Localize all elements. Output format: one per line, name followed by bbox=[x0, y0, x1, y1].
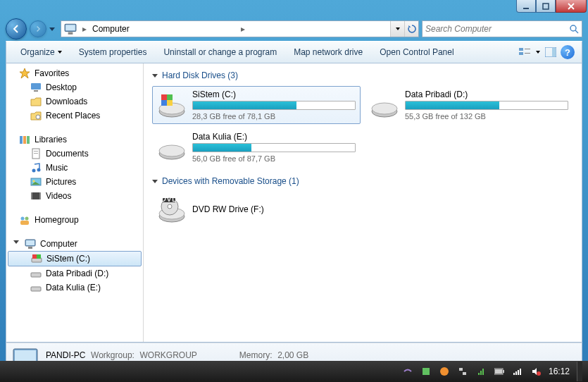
system-properties-button[interactable]: System properties bbox=[70, 44, 156, 60]
map-drive-button[interactable]: Map network drive bbox=[285, 44, 371, 60]
svg-point-46 bbox=[372, 103, 397, 114]
close-button[interactable] bbox=[556, 0, 587, 13]
svg-rect-38 bbox=[31, 287, 41, 291]
content-pane[interactable]: Hard Disk Drives (3) SiStem (C:) 28,3 GB… bbox=[144, 63, 582, 342]
tray-icon[interactable] bbox=[439, 366, 450, 377]
sidebar-item-drive-c[interactable]: SiStem (C:) bbox=[8, 251, 142, 266]
svg-rect-72 bbox=[520, 369, 521, 375]
tray-icon[interactable] bbox=[402, 366, 413, 377]
svg-point-5 bbox=[570, 25, 576, 31]
collapse-icon[interactable] bbox=[152, 180, 158, 183]
drive-space-bar bbox=[192, 101, 356, 110]
svg-point-21 bbox=[32, 169, 36, 173]
sidebar-item-pictures[interactable]: Pictures bbox=[6, 175, 143, 189]
svg-rect-43 bbox=[161, 100, 167, 106]
homegroup-icon bbox=[19, 214, 30, 226]
sidebar-computer-header[interactable]: Computer bbox=[6, 237, 143, 251]
drive-item[interactable]: DVD DVD RW Drive (F:) bbox=[152, 192, 361, 228]
section-removable-storage[interactable]: Devices with Removable Storage (1) bbox=[152, 176, 573, 186]
svg-rect-3 bbox=[65, 25, 75, 30]
preview-pane-button[interactable] bbox=[542, 44, 559, 61]
breadcrumb-separator[interactable]: ▸ bbox=[80, 24, 89, 34]
tray-icon[interactable] bbox=[475, 366, 487, 377]
uninstall-button[interactable]: Uninstall or change a program bbox=[155, 44, 285, 60]
svg-rect-65 bbox=[482, 369, 484, 375]
navigation-pane[interactable]: Favorites Desktop Downloads Recent Place… bbox=[6, 63, 144, 342]
music-icon bbox=[30, 162, 42, 173]
drive-free-text: 28,3 GB free of 78,1 GB bbox=[192, 112, 356, 121]
forward-button[interactable] bbox=[30, 20, 46, 37]
computer-icon bbox=[64, 23, 77, 35]
svg-rect-25 bbox=[31, 192, 41, 199]
taskbar[interactable]: 16:12 bbox=[0, 361, 588, 382]
svg-point-29 bbox=[25, 217, 29, 221]
command-bar: Organize System properties Uninstall or … bbox=[6, 41, 582, 63]
address-bar[interactable]: ▸ Computer ▸ bbox=[61, 20, 419, 37]
drive-name: Data Pribadi (D:) bbox=[405, 90, 568, 99]
svg-rect-68 bbox=[495, 369, 502, 374]
minimize-button[interactable] bbox=[516, 0, 536, 13]
recent-dropdown[interactable] bbox=[49, 27, 58, 31]
svg-rect-59 bbox=[423, 368, 430, 375]
svg-rect-9 bbox=[525, 53, 530, 54]
explorer-body: Favorites Desktop Downloads Recent Place… bbox=[6, 63, 582, 343]
section-hard-disk-drives[interactable]: Hard Disk Drives (3) bbox=[152, 70, 573, 80]
sidebar-homegroup-header[interactable]: Homegroup bbox=[6, 213, 143, 227]
search-box[interactable] bbox=[422, 20, 582, 37]
sidebar-item-drive-e[interactable]: Data Kulia (E:) bbox=[6, 281, 143, 295]
view-mode-dropdown[interactable] bbox=[534, 44, 542, 61]
sidebar-item-documents[interactable]: Documents bbox=[6, 147, 143, 161]
recent-icon bbox=[30, 110, 42, 121]
svg-rect-13 bbox=[34, 90, 38, 92]
tray-icon[interactable] bbox=[420, 366, 432, 377]
search-input[interactable] bbox=[425, 24, 569, 34]
drive-free-text: 55,3 GB free of 132 GB bbox=[405, 112, 568, 121]
drive-item[interactable]: SiStem (C:) 28,3 GB free of 78,1 GB bbox=[152, 86, 361, 124]
sidebar-item-desktop[interactable]: Desktop bbox=[6, 80, 143, 94]
svg-point-60 bbox=[440, 367, 449, 376]
downloads-icon bbox=[30, 96, 42, 107]
svg-rect-62 bbox=[463, 372, 466, 375]
sidebar-item-recent[interactable]: Recent Places bbox=[6, 109, 143, 123]
sidebar-favorites-header[interactable]: Favorites bbox=[6, 66, 143, 80]
sidebar-libraries-header[interactable]: Libraries bbox=[6, 133, 143, 147]
open-control-panel-button[interactable]: Open Control Panel bbox=[371, 44, 462, 60]
drive-item[interactable]: Data Kulia (E:) 56,0 GB free of 87,7 GB bbox=[152, 128, 361, 166]
view-mode-button[interactable] bbox=[517, 44, 534, 61]
tray-network-icon[interactable] bbox=[457, 366, 468, 377]
breadcrumb-separator[interactable]: ▸ bbox=[238, 24, 248, 34]
svg-rect-6 bbox=[519, 48, 523, 51]
tray-wifi-icon[interactable] bbox=[512, 366, 523, 377]
svg-point-73 bbox=[537, 371, 541, 376]
tray-battery-icon[interactable] bbox=[494, 366, 505, 377]
sidebar-item-videos[interactable]: Videos bbox=[6, 189, 143, 203]
search-icon bbox=[569, 24, 579, 34]
tray-volume-icon[interactable] bbox=[530, 366, 542, 377]
drive-name: DVD RW Drive (F:) bbox=[192, 204, 356, 214]
show-desktop-button[interactable] bbox=[577, 362, 582, 381]
svg-rect-63 bbox=[478, 373, 480, 375]
organize-button[interactable]: Organize bbox=[12, 44, 70, 60]
svg-point-48 bbox=[159, 145, 184, 156]
drive-space-bar bbox=[405, 101, 568, 110]
expand-icon[interactable] bbox=[13, 240, 20, 247]
collapse-icon[interactable] bbox=[152, 74, 158, 78]
drive-icon bbox=[31, 253, 42, 264]
maximize-button[interactable] bbox=[536, 0, 556, 13]
svg-point-28 bbox=[21, 217, 25, 221]
taskbar-clock[interactable]: 16:12 bbox=[549, 366, 570, 376]
address-dropdown[interactable] bbox=[390, 21, 404, 37]
sidebar-item-downloads[interactable]: Downloads bbox=[6, 94, 143, 109]
breadcrumb-segment[interactable]: Computer bbox=[89, 24, 238, 34]
pictures-icon bbox=[30, 176, 42, 187]
svg-rect-61 bbox=[459, 368, 463, 371]
help-button[interactable]: ? bbox=[559, 44, 576, 61]
back-button[interactable] bbox=[6, 18, 27, 39]
svg-rect-20 bbox=[34, 153, 38, 154]
sidebar-item-music[interactable]: Music bbox=[6, 161, 143, 175]
svg-rect-70 bbox=[515, 371, 517, 375]
drive-item[interactable]: Data Pribadi (D:) 55,3 GB free of 132 GB bbox=[365, 86, 573, 124]
libraries-icon bbox=[19, 134, 30, 145]
refresh-button[interactable] bbox=[404, 21, 418, 37]
sidebar-item-drive-d[interactable]: Data Pribadi (D:) bbox=[6, 266, 143, 281]
